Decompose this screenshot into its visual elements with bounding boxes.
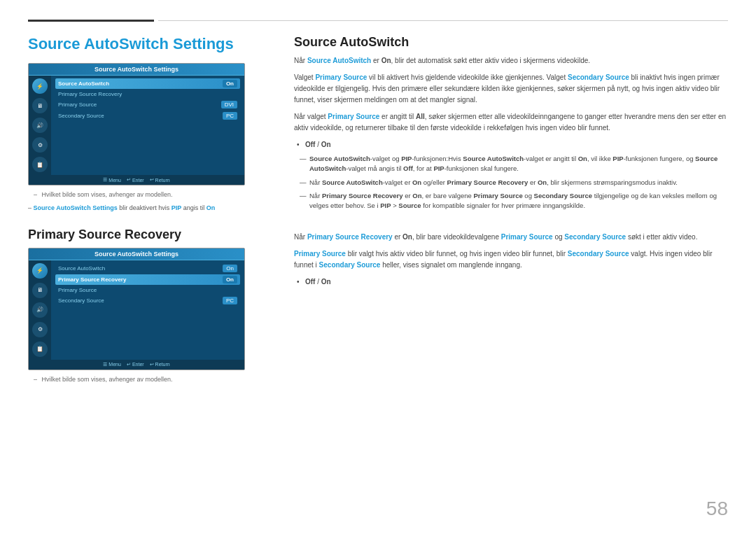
tv-screen-1: Source AutoSwitch Settings ⚡ 🖥 🔊 ⚙ 📋 Sou… <box>28 63 245 185</box>
tv-menu-1: Source AutoSwitch On Primary Source Reco… <box>51 76 244 175</box>
right-main-title: Source AutoSwitch <box>294 35 728 50</box>
tv-screen-2: Source AutoSwitch Settings ⚡ 🖥 🔊 ⚙ 📋 Sou… <box>28 248 245 370</box>
tv-icon-3: 🔊 <box>32 118 48 133</box>
left-column: Source AutoSwitch Settings Source AutoSw… <box>28 35 266 388</box>
tv-icon-2-1: ⚡ <box>32 263 48 279</box>
page-number: 58 <box>706 498 728 520</box>
right-primary-para-2: Primary Source blir valgt hvis aktiv vid… <box>294 248 728 271</box>
right-para-2: Valget Primary Source vil bli aktivert h… <box>294 72 728 106</box>
tv-nav-2-menu: ☰ Menu <box>103 362 121 367</box>
tv-icon-2: 🖥 <box>32 98 48 113</box>
dash-item-2: Når Source AutoSwitch-valget er On og/el… <box>302 178 728 188</box>
note-text-1: – Hvilket bilde som vises, avhenger av m… <box>34 191 266 198</box>
tv-menu-item-3: Primary Source DVI <box>55 99 240 110</box>
tv-title-bar-2: Source AutoSwitch Settings <box>29 248 244 260</box>
tv-menu-item-2: Primary Source Recovery <box>55 90 240 99</box>
right-para-3: Når valget Primary Source er angitt til … <box>294 111 728 134</box>
note-text-2: – Hvilket bilde som vises, avhenger av m… <box>34 376 266 383</box>
tv-bottom-bar-1: ☰ Menu ↵ Enter ↩ Return <box>29 175 244 185</box>
top-line-dark <box>28 20 154 22</box>
tv-icon-2-3: 🔊 <box>32 302 48 318</box>
right-primary-para-1: Når Primary Source Recovery er On, blir … <box>294 232 728 243</box>
tv-menu-item-1: Source AutoSwitch On <box>55 78 240 89</box>
tv-content-2: ⚡ 🖥 🔊 ⚙ 📋 Source AutoSwitch On Primary S… <box>29 260 244 360</box>
tv-menu-2-item-2: Primary Source Recovery On <box>55 274 240 285</box>
tv-icon-2-2: 🖥 <box>32 283 48 298</box>
tv-icon-5: 📋 <box>32 157 48 172</box>
tv-icons-2: ⚡ 🖥 🔊 ⚙ 📋 <box>29 260 51 360</box>
tv-icon-1: ⚡ <box>32 78 48 94</box>
tv-menu-item-4: Secondary Source PC <box>55 111 240 121</box>
tv-icon-2-5: 📋 <box>32 342 48 357</box>
tv-menu-2-item-3: Primary Source <box>55 286 240 295</box>
top-decorative-lines <box>28 20 728 22</box>
tv-bottom-bar-2: ☰ Menu ↵ Enter ↩ Return <box>29 360 244 370</box>
tv-nav-menu: ☰ Menu <box>103 177 121 183</box>
primary-recovery-left: Primary Source Recovery Source AutoSwitc… <box>28 227 266 383</box>
tv-nav-2-return: ↩ Return <box>150 362 170 367</box>
tv-icon-4: ⚙ <box>32 137 48 153</box>
dash-item-1: Source AutoSwitch-valget og PIP-funksjon… <box>302 154 728 174</box>
tv-nav-enter: ↵ Enter <box>127 177 144 183</box>
tv-nav-2-enter: ↵ Enter <box>127 362 144 367</box>
tv-icon-2-4: ⚙ <box>32 322 48 337</box>
bullet-item-1: Off / On <box>305 139 728 150</box>
tv-menu-2-item-1: Source AutoSwitch On <box>55 263 240 274</box>
tv-title-bar-1: Source AutoSwitch Settings <box>29 64 244 76</box>
tv-nav-return: ↩ Return <box>150 177 170 183</box>
tv-content-1: ⚡ 🖥 🔊 ⚙ 📋 Source AutoSwitch On Primary S… <box>29 76 244 175</box>
right-para-1: Når Source AutoSwitch er On, blir det au… <box>294 55 728 66</box>
tv-menu-2: Source AutoSwitch On Primary Source Reco… <box>51 260 244 360</box>
warning-text: – Source AutoSwitch Settings blir deakti… <box>28 204 266 213</box>
tv-icons-1: ⚡ 🖥 🔊 ⚙ 📋 <box>29 76 51 175</box>
right-primary-recovery-section: Når Primary Source Recovery er On, blir … <box>294 232 728 288</box>
main-title: Source AutoSwitch Settings <box>28 35 266 53</box>
bullet-item-2: Off / On <box>305 276 728 288</box>
primary-recovery-title-left: Primary Source Recovery <box>28 227 266 242</box>
dash-item-3: Når Primary Source Recovery er On, er ba… <box>302 191 728 211</box>
right-column: Source AutoSwitch Når Source AutoSwitch … <box>294 35 728 291</box>
top-line-light <box>158 20 728 21</box>
tv-menu-2-item-4: Secondary Source PC <box>55 295 240 306</box>
